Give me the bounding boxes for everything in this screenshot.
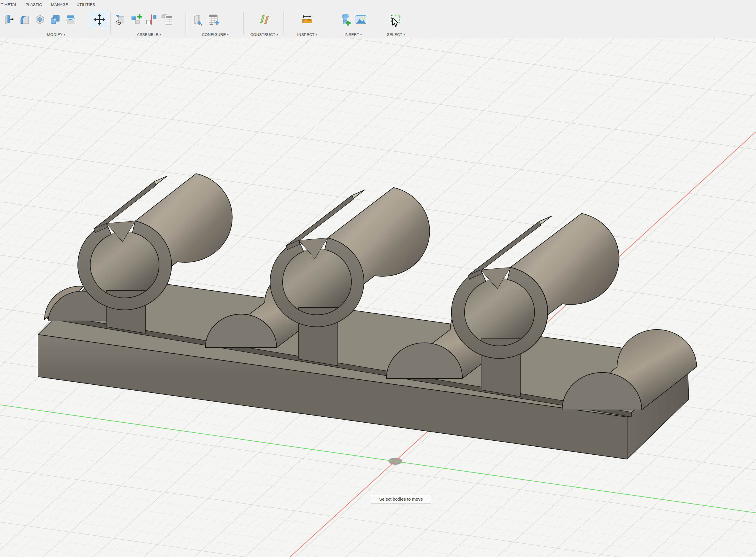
toolbar-group-configure: CONFIGURE▾ bbox=[188, 10, 242, 37]
as-built-joint-icon bbox=[145, 13, 157, 26]
tool-construct-plane-button[interactable] bbox=[255, 11, 273, 28]
toolbar-separator bbox=[283, 12, 284, 34]
toolbar-separator bbox=[243, 12, 244, 34]
tool-insert-fastener-button[interactable] bbox=[338, 11, 353, 28]
toolbar-group-inspect: INSPECT▾ bbox=[284, 10, 330, 37]
tool-split-body-button[interactable] bbox=[63, 11, 78, 28]
viewport-canvas[interactable] bbox=[0, 0, 756, 557]
group-label: INSERT bbox=[345, 32, 359, 37]
configuration-table-icon bbox=[208, 13, 220, 26]
fillet-icon bbox=[19, 13, 30, 26]
group-label: CONSTRUCT bbox=[250, 32, 275, 37]
new-component-icon bbox=[115, 13, 127, 26]
insert-fastener-icon bbox=[340, 13, 352, 26]
chevron-down-icon: ▾ bbox=[64, 33, 65, 36]
tool-configure-button[interactable] bbox=[191, 11, 205, 28]
construct-dropdown[interactable]: CONSTRUCT▾ bbox=[246, 32, 283, 37]
tool-fillet-button[interactable] bbox=[17, 11, 31, 28]
move-icon bbox=[93, 13, 105, 26]
toolbar-group-assemble: ASSEMBLE▾ bbox=[113, 10, 185, 37]
tab-manage[interactable]: MANAGE bbox=[51, 2, 68, 7]
toolbar-separator bbox=[331, 12, 331, 34]
construct-plane-icon bbox=[258, 13, 270, 26]
group-label: ASSEMBLE bbox=[137, 32, 158, 37]
chevron-down-icon: ▾ bbox=[227, 33, 228, 36]
chevron-down-icon: ▾ bbox=[360, 33, 362, 36]
group-label: CONFIGURE bbox=[202, 32, 226, 37]
tool-shell-button[interactable] bbox=[33, 11, 47, 28]
configure-icon bbox=[192, 13, 204, 26]
toolbar-separator bbox=[110, 12, 111, 34]
bom-icon bbox=[161, 13, 173, 26]
tool-joint-button[interactable] bbox=[129, 11, 143, 28]
insert-dropdown[interactable]: INSERT▾ bbox=[333, 32, 373, 37]
tool-insert-image-button[interactable] bbox=[354, 11, 368, 28]
press-pull-icon bbox=[3, 13, 15, 26]
configure-dropdown[interactable]: CONFIGURE▾ bbox=[188, 32, 242, 37]
modify-dropdown[interactable]: MODIFY▾ bbox=[2, 32, 110, 37]
toolbar-separator bbox=[374, 12, 374, 34]
shell-icon bbox=[34, 13, 46, 26]
toolbar-group-construct: CONSTRUCT▾ bbox=[246, 10, 283, 37]
mouse-cursor-icon bbox=[392, 18, 401, 28]
chevron-down-icon: ▾ bbox=[160, 33, 161, 36]
inspect-dropdown[interactable]: INSPECT▾ bbox=[284, 32, 330, 37]
group-label: SELECT bbox=[387, 32, 402, 37]
measure-icon bbox=[301, 13, 313, 26]
tool-as-built-joint-button[interactable] bbox=[144, 11, 159, 28]
tool-new-component-button[interactable] bbox=[113, 11, 128, 28]
fusion-window: { "toolbar": { "tabs": [ {"label": "T ME… bbox=[0, 0, 756, 557]
assemble-dropdown[interactable]: ASSEMBLE▾ bbox=[113, 32, 185, 37]
toolbar: T METAL PLASTIC MANAGE UTILITIES MODIFY▾… bbox=[0, 0, 756, 38]
status-tooltip: Select bodies to move bbox=[371, 495, 431, 503]
joint-icon bbox=[130, 13, 142, 26]
chevron-down-icon: ▾ bbox=[316, 33, 317, 36]
chevron-down-icon: ▾ bbox=[404, 33, 405, 36]
toolbar-group-insert: INSERT▾ bbox=[333, 10, 373, 37]
tab-plastic[interactable]: PLASTIC bbox=[26, 2, 42, 7]
insert-image-icon bbox=[355, 13, 367, 26]
group-label: MODIFY bbox=[47, 32, 62, 37]
tab-utilities[interactable]: UTILITIES bbox=[77, 2, 95, 7]
toolbar-group-modify: MODIFY▾ bbox=[2, 10, 110, 37]
tool-move-button[interactable] bbox=[91, 11, 108, 28]
tool-bom-button[interactable] bbox=[160, 11, 174, 28]
combine-icon bbox=[49, 13, 61, 26]
split-body-icon bbox=[65, 13, 77, 26]
tool-configuration-table-button[interactable] bbox=[206, 11, 221, 28]
toolbar-separator bbox=[186, 12, 186, 34]
select-dropdown[interactable]: SELECT▾ bbox=[376, 32, 416, 37]
chevron-down-icon: ▾ bbox=[277, 33, 278, 36]
tab-sheet-metal[interactable]: T METAL bbox=[1, 2, 17, 7]
tool-measure-button[interactable] bbox=[298, 11, 316, 28]
group-label: INSPECT bbox=[297, 32, 314, 37]
tool-press-pull-button[interactable] bbox=[2, 11, 16, 28]
tool-combine-button[interactable] bbox=[48, 11, 62, 28]
